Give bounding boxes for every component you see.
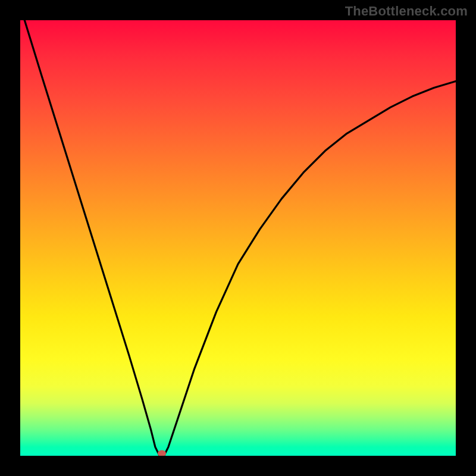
watermark-text: TheBottleneck.com bbox=[345, 4, 468, 19]
bottleneck-curve-path bbox=[24, 20, 456, 456]
plot-area bbox=[20, 20, 456, 456]
minimum-marker bbox=[158, 450, 166, 456]
curve-svg bbox=[20, 20, 456, 456]
chart-frame: TheBottleneck.com bbox=[0, 0, 476, 476]
